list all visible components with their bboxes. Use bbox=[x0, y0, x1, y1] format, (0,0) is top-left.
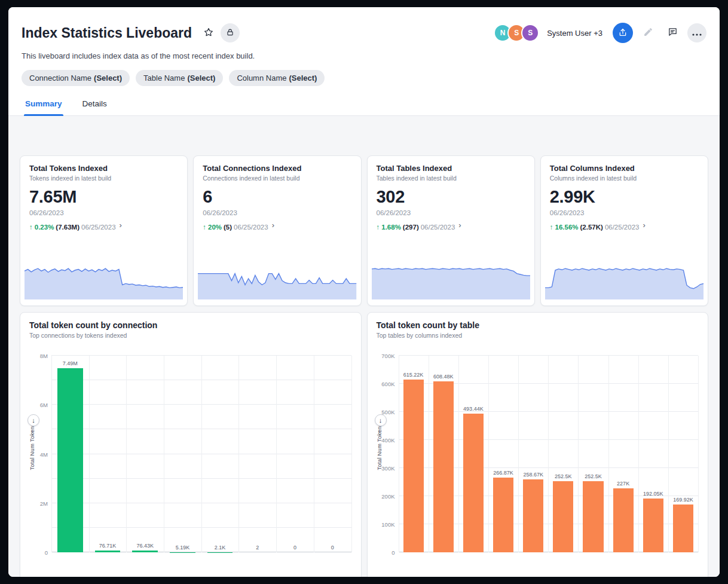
bar-value-label: 2.1K bbox=[215, 545, 226, 551]
chart-subtitle: Top connections by tokens indexed bbox=[29, 332, 352, 339]
tab-bar: Summary Details bbox=[8, 99, 720, 116]
kpi-previous-value: (7.63M) bbox=[56, 224, 79, 231]
chart-token-count-by-table: Total token count by table Top tables by… bbox=[367, 312, 709, 577]
tab-summary[interactable]: Summary bbox=[24, 99, 63, 115]
gridline-vertical bbox=[638, 356, 639, 552]
kpi-previous-value: (2.57K) bbox=[580, 224, 603, 231]
kpi-change-row[interactable]: ↑ 1.68% (297) 06/25/2023 › bbox=[377, 222, 525, 231]
filter-label: Table Name bbox=[143, 74, 185, 82]
share-button[interactable] bbox=[613, 23, 633, 43]
bar[interactable] bbox=[57, 368, 83, 552]
y-axis-expand-chevron[interactable]: › bbox=[378, 429, 380, 435]
filter-select-value: (Select) bbox=[187, 74, 215, 82]
bar[interactable] bbox=[463, 414, 484, 552]
bar[interactable] bbox=[583, 481, 603, 552]
lock-button[interactable] bbox=[221, 23, 240, 42]
bar-value-label: 0 bbox=[331, 545, 334, 551]
gridline-vertical bbox=[668, 356, 669, 552]
kpi-change-row[interactable]: ↑ 16.56% (2.57K) 06/25/2023 › bbox=[550, 222, 699, 231]
chart-subtitle: Top tables by columns indexed bbox=[377, 332, 699, 339]
bar-value-label: 2 bbox=[256, 545, 259, 551]
gridline-vertical bbox=[518, 356, 519, 552]
y-tick-label: 500K bbox=[381, 409, 394, 415]
comment-icon bbox=[668, 27, 678, 39]
filter-chip[interactable]: Connection Name(Select) bbox=[22, 70, 130, 86]
bar[interactable] bbox=[643, 499, 663, 552]
bar[interactable] bbox=[673, 504, 693, 552]
liveboard-content: Total Tokens Indexed Tokens indexed in l… bbox=[8, 116, 720, 577]
y-tick-label: 400K bbox=[381, 437, 394, 444]
bar[interactable] bbox=[523, 479, 543, 552]
y-axis-expand-chevron[interactable]: › bbox=[31, 429, 33, 435]
gridline-vertical bbox=[164, 356, 164, 552]
kpi-subtitle: Tokens indexed in latest build bbox=[29, 175, 178, 182]
y-axis-ticks: 8M6M4M2M0 bbox=[31, 356, 51, 552]
bar-value-label: 252.5K bbox=[585, 473, 602, 479]
kpi-sparkline bbox=[372, 258, 530, 299]
edit-button[interactable] bbox=[638, 23, 657, 42]
liveboard-description: This liveboard includes index data as of… bbox=[22, 51, 706, 60]
filter-label: Column Name bbox=[237, 74, 286, 82]
filter-chip[interactable]: Table Name(Select) bbox=[136, 70, 223, 86]
bar[interactable] bbox=[553, 481, 573, 552]
chart-body: Total Num Tokens 8M6M4M2M0 7.49M76.71K76… bbox=[29, 346, 351, 577]
chevron-right-icon: › bbox=[643, 221, 645, 230]
gridline-vertical bbox=[201, 356, 202, 552]
tab-details[interactable]: Details bbox=[81, 99, 108, 115]
kpi-date: 06/26/2023 bbox=[377, 209, 525, 216]
gridline-vertical bbox=[488, 356, 489, 552]
gridline-vertical bbox=[548, 356, 549, 552]
avatar[interactable]: S bbox=[521, 24, 539, 42]
chevron-right-icon: › bbox=[120, 221, 122, 230]
y-tick-label: 6M bbox=[40, 402, 48, 408]
gridline-vertical bbox=[238, 356, 239, 552]
bar[interactable] bbox=[95, 551, 121, 552]
bar-value-label: 258.67K bbox=[523, 472, 543, 478]
bar[interactable] bbox=[493, 478, 513, 552]
kpi-subtitle: Connections indexed in latest build bbox=[203, 175, 351, 182]
arrow-down-icon: ↓ bbox=[32, 417, 35, 424]
kpi-change-arrow: ↑ bbox=[550, 224, 553, 231]
bar-value-label: 266.87K bbox=[493, 470, 513, 476]
more-button[interactable] bbox=[687, 23, 706, 42]
authors-label[interactable]: System User +3 bbox=[547, 29, 602, 38]
y-axis-menu-button[interactable]: ↓ bbox=[375, 414, 387, 426]
gridline-vertical bbox=[351, 356, 352, 552]
kpi-change-row[interactable]: ↑ 0.23% (7.63M) 06/25/2023 › bbox=[29, 222, 178, 231]
kpi-row: Total Tokens Indexed Tokens indexed in l… bbox=[20, 155, 708, 306]
filter-chip[interactable]: Column Name(Select) bbox=[229, 70, 325, 86]
kpi-value: 2.99K bbox=[550, 187, 699, 207]
bar[interactable] bbox=[132, 551, 158, 552]
gridline-vertical bbox=[399, 356, 399, 552]
favorite-star-button[interactable] bbox=[199, 23, 218, 42]
kpi-change-arrow: ↑ bbox=[203, 224, 206, 231]
gridline-vertical bbox=[698, 356, 699, 552]
chart-body: Total Num Tokens 700K600K500K400K300K200… bbox=[376, 346, 699, 577]
kpi-previous-date: 06/25/2023 bbox=[81, 224, 116, 231]
kpi-subtitle: Tables indexed in latest build bbox=[377, 175, 525, 182]
bar-value-label: 76.43K bbox=[136, 543, 154, 549]
bar[interactable] bbox=[433, 381, 454, 552]
page-title: Index Statistics Liveboard bbox=[22, 25, 192, 41]
share-icon bbox=[618, 27, 628, 39]
filter-select-value: (Select) bbox=[289, 74, 317, 82]
arrow-down-icon: ↓ bbox=[379, 417, 383, 424]
bar[interactable] bbox=[613, 488, 634, 552]
y-tick-label: 200K bbox=[381, 493, 394, 500]
chevron-right-icon: › bbox=[272, 221, 274, 230]
avatar-group[interactable]: NSS bbox=[494, 24, 539, 42]
bar[interactable] bbox=[403, 380, 424, 552]
kpi-change-percent: 0.23% bbox=[35, 224, 54, 231]
gridline-vertical bbox=[89, 356, 90, 552]
kpi-value: 6 bbox=[203, 187, 351, 207]
y-axis-menu-button[interactable]: ↓ bbox=[27, 414, 39, 426]
kpi-subtitle: Columns indexed in latest build bbox=[550, 175, 699, 182]
gridline-vertical bbox=[578, 356, 579, 552]
header-actions: NSS System User +3 bbox=[494, 23, 706, 43]
gridline-vertical bbox=[608, 356, 609, 552]
gridline-vertical bbox=[429, 356, 429, 552]
comment-button[interactable] bbox=[663, 23, 682, 42]
chart-title: Total token count by table bbox=[377, 320, 699, 330]
pencil-icon bbox=[643, 27, 653, 39]
kpi-change-row[interactable]: ↑ 20% (5) 06/25/2023 › bbox=[203, 222, 351, 231]
